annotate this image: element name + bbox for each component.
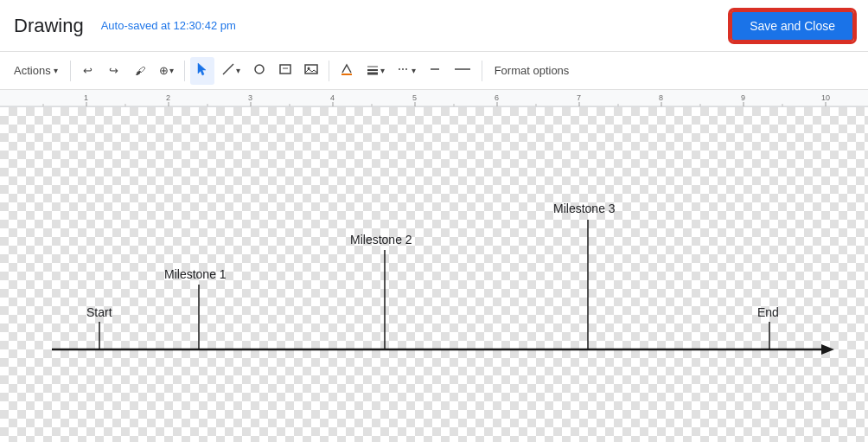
save-close-button[interactable]: Save and Close — [731, 10, 854, 42]
toolbar-divider-2 — [184, 61, 185, 81]
long-dash-button[interactable] — [449, 57, 476, 85]
svg-text:3: 3 — [248, 93, 252, 102]
image-icon — [304, 62, 318, 79]
toolbar-divider-4 — [482, 61, 482, 81]
line-color-button[interactable] — [335, 57, 359, 85]
horizontal-ruler: 1 2 3 4 5 6 7 8 9 10 — [0, 90, 868, 107]
svg-marker-45 — [821, 344, 834, 355]
undo-button[interactable] — [76, 57, 100, 85]
svg-text:4: 4 — [330, 93, 335, 102]
svg-text:Milestone 2: Milestone 2 — [350, 233, 412, 247]
paint-format-icon — [135, 64, 145, 77]
timeline-drawing: Start End Milestone 1 Milestone 2 Milest… — [0, 107, 868, 442]
svg-text:1: 1 — [84, 93, 88, 102]
redo-button[interactable] — [102, 57, 126, 85]
redo-icon — [109, 64, 118, 77]
long-dash-icon — [454, 62, 471, 79]
image-button[interactable] — [299, 57, 323, 85]
svg-text:7: 7 — [577, 93, 581, 102]
svg-rect-4 — [305, 65, 317, 74]
shapes-button[interactable] — [247, 57, 271, 85]
svg-text:Milestone 1: Milestone 1 — [164, 267, 227, 281]
select-icon — [196, 61, 208, 80]
svg-text:5: 5 — [412, 93, 417, 102]
drawing-canvas[interactable]: Start End Milestone 1 Milestone 2 Milest… — [0, 107, 868, 442]
svg-text:Milestone 3: Milestone 3 — [553, 202, 616, 215]
line-weight-button[interactable] — [361, 57, 390, 85]
line-weight-icon — [366, 62, 380, 79]
svg-rect-2 — [280, 65, 290, 74]
autosave-status: Auto-saved at 12:30:42 pm — [101, 19, 731, 32]
undo-icon — [83, 64, 93, 77]
zoom-icon — [159, 64, 169, 77]
line-tool-icon — [221, 62, 235, 79]
svg-point-1 — [255, 65, 264, 74]
line-color-icon — [340, 62, 354, 79]
paint-format-button[interactable] — [128, 57, 152, 85]
zoom-button[interactable] — [154, 57, 179, 85]
svg-rect-6 — [341, 74, 352, 75]
ruler-svg: 1 2 3 4 5 6 7 8 9 10 — [0, 90, 868, 107]
toolbar-divider-3 — [329, 61, 329, 81]
shapes-icon — [252, 62, 266, 79]
actions-menu-button[interactable]: Actions — [7, 61, 65, 80]
line-dash-icon — [397, 62, 411, 79]
svg-text:8: 8 — [659, 93, 663, 102]
short-dash-button[interactable] — [423, 57, 447, 85]
line-dash-button[interactable] — [392, 57, 421, 85]
svg-text:2: 2 — [166, 93, 170, 102]
select-button[interactable] — [190, 57, 214, 85]
toolbar-divider-1 — [70, 61, 71, 81]
svg-text:End: End — [757, 305, 779, 319]
short-dash-icon — [428, 62, 442, 79]
text-box-button[interactable] — [273, 57, 297, 85]
format-options-button[interactable]: Format options — [488, 57, 577, 85]
app-header: Drawing Auto-saved at 12:30:42 pm Save a… — [0, 0, 868, 52]
svg-text:Start: Start — [86, 305, 112, 319]
app-title: Drawing — [14, 15, 84, 37]
svg-text:6: 6 — [495, 93, 499, 102]
drawing-toolbar: Actions — [0, 52, 868, 90]
text-box-icon — [278, 62, 292, 79]
svg-text:9: 9 — [741, 93, 745, 102]
svg-line-0 — [223, 64, 233, 74]
svg-text:10: 10 — [821, 93, 830, 102]
line-tool-button[interactable] — [216, 57, 246, 85]
